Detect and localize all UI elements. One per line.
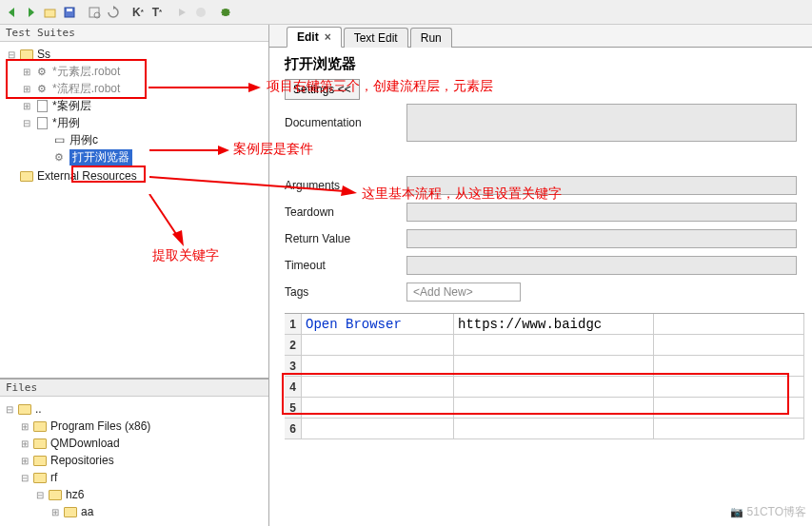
- grid-cell[interactable]: [302, 419, 454, 438]
- grid-cell[interactable]: [654, 314, 804, 334]
- expand-icon[interactable]: ⊞: [19, 67, 34, 77]
- tree-root[interactable]: Ss: [37, 48, 50, 61]
- row-number[interactable]: 3: [285, 356, 302, 376]
- grid-cell[interactable]: [654, 377, 804, 397]
- expand-icon[interactable]: ⊞: [19, 84, 34, 94]
- main-toolbar: K* T*: [0, 0, 812, 25]
- folder-icon: [32, 471, 48, 484]
- test-suites-tree[interactable]: ⊟Ss ⊞⚙*元素层.robot ⊞⚙*流程层.robot ⊞*案例层 ⊟*用例…: [0, 41, 268, 378]
- documentation-input[interactable]: [406, 104, 797, 142]
- row-number[interactable]: 5: [285, 398, 302, 418]
- return-value-label: Return Value: [285, 232, 406, 245]
- test-suites-header: Test Suites: [0, 25, 268, 41]
- tab-edit[interactable]: Edit×: [287, 27, 342, 48]
- expand-icon[interactable]: ⊟: [32, 490, 48, 500]
- row-number[interactable]: 1: [285, 314, 302, 334]
- tab-run[interactable]: Run: [410, 28, 452, 48]
- folder-icon: [32, 454, 48, 467]
- arguments-label: Arguments: [285, 179, 406, 192]
- tree-item[interactable]: *案例层: [52, 98, 91, 114]
- timeout-label: Timeout: [285, 259, 406, 272]
- back-icon[interactable]: [4, 4, 21, 21]
- forward-icon[interactable]: [23, 4, 40, 21]
- tab-label: Text Edit: [354, 31, 398, 45]
- files-header[interactable]: Files: [0, 380, 268, 396]
- tree-item[interactable]: *用例: [52, 115, 80, 131]
- tab-text-edit[interactable]: Text Edit: [344, 28, 408, 48]
- svg-rect-2: [45, 10, 55, 17]
- stop-icon[interactable]: [192, 4, 209, 21]
- teardown-input[interactable]: [406, 203, 797, 222]
- expand-icon[interactable]: ⊞: [17, 421, 32, 432]
- timeout-input[interactable]: [406, 256, 797, 275]
- refresh-icon[interactable]: [105, 4, 122, 21]
- keyword-title: 打开浏览器: [285, 55, 797, 73]
- grid-cell[interactable]: [454, 335, 654, 355]
- tree-item-selected[interactable]: 打开浏览器: [69, 149, 132, 166]
- expand-icon[interactable]: ⊟: [2, 404, 17, 415]
- add-tag-button[interactable]: <Add New>: [406, 282, 521, 302]
- grid-cell[interactable]: [454, 377, 654, 397]
- tree-item[interactable]: *元素层.robot: [52, 64, 120, 80]
- file-item[interactable]: aa: [81, 505, 93, 518]
- expand-icon[interactable]: ⊟: [17, 473, 32, 483]
- keyword-editor: 打开浏览器 Settings << Documentation Argument…: [269, 48, 812, 313]
- grid-cell[interactable]: [302, 335, 454, 355]
- open-icon[interactable]: [42, 4, 59, 21]
- expand-icon[interactable]: ⊟: [19, 118, 34, 128]
- external-resources[interactable]: External Resources: [37, 169, 137, 183]
- play-icon[interactable]: [173, 4, 190, 21]
- tree-item[interactable]: 用例c: [69, 132, 98, 148]
- row-number[interactable]: 6: [285, 419, 302, 438]
- settings-toggle-button[interactable]: Settings <<: [285, 79, 360, 100]
- folder-icon: [19, 169, 34, 183]
- file-item[interactable]: rf: [50, 471, 57, 484]
- grid-cell[interactable]: [454, 356, 654, 376]
- files-tree[interactable]: ⊟.. ⊞Program Files (x86) ⊞QMDownload ⊞Re…: [0, 396, 268, 526]
- save-icon[interactable]: [61, 4, 78, 21]
- preview-icon[interactable]: [86, 4, 103, 21]
- t-tool-icon[interactable]: T*: [149, 4, 166, 21]
- close-icon[interactable]: ×: [325, 30, 331, 44]
- expand-icon[interactable]: ⊞: [19, 101, 34, 111]
- grid-cell[interactable]: [654, 335, 804, 355]
- grid-cell[interactable]: [454, 398, 654, 418]
- grid-cell[interactable]: [654, 398, 804, 418]
- grid-cell[interactable]: [654, 356, 804, 376]
- folder-icon: [32, 419, 48, 433]
- files-panel: Files ⊟.. ⊞Program Files (x86) ⊞QMDownlo…: [0, 378, 268, 526]
- expand-icon[interactable]: ⊞: [17, 456, 32, 466]
- file-item[interactable]: hz6: [66, 488, 84, 501]
- expand-icon[interactable]: ⊞: [17, 438, 32, 449]
- debug-icon[interactable]: [217, 4, 234, 21]
- file-item[interactable]: Program Files (x86): [50, 419, 150, 433]
- return-value-input[interactable]: [406, 229, 797, 248]
- file-item[interactable]: QMDownload: [50, 437, 120, 450]
- row-number[interactable]: 4: [285, 377, 302, 397]
- gear-icon: ⚙: [34, 65, 50, 78]
- right-column: Edit× Text Edit Run 打开浏览器 Settings << Do…: [269, 25, 812, 526]
- arguments-input[interactable]: [406, 176, 797, 195]
- expand-icon[interactable]: ⊟: [4, 49, 19, 60]
- file-item[interactable]: ..: [35, 402, 42, 416]
- gear-icon: ⚙: [34, 82, 50, 95]
- expand-icon[interactable]: ⊞: [48, 507, 63, 517]
- k-tool-icon[interactable]: K*: [129, 4, 147, 21]
- file-item[interactable]: Repositories: [50, 454, 114, 467]
- grid-cell[interactable]: [302, 356, 454, 376]
- grid-row: 2: [285, 335, 804, 356]
- tree-item[interactable]: *流程层.robot: [52, 81, 120, 97]
- grid-row: 5: [285, 398, 804, 419]
- folder-icon: [19, 48, 34, 61]
- grid-cell[interactable]: [654, 419, 804, 438]
- grid-cell[interactable]: Open Browser: [302, 314, 454, 334]
- grid-row: 6: [285, 419, 804, 439]
- grid-cell[interactable]: [454, 419, 654, 438]
- grid-cell[interactable]: [302, 398, 454, 418]
- file-icon: [34, 99, 50, 112]
- keyword-grid[interactable]: 1Open Browserhttps://www.baidgc 2 3 4 5 …: [285, 313, 804, 439]
- row-number[interactable]: 2: [285, 335, 302, 355]
- grid-cell[interactable]: [302, 377, 454, 397]
- grid-cell[interactable]: https://www.baidgc: [454, 314, 654, 334]
- grid-row: 1Open Browserhttps://www.baidgc: [285, 314, 804, 335]
